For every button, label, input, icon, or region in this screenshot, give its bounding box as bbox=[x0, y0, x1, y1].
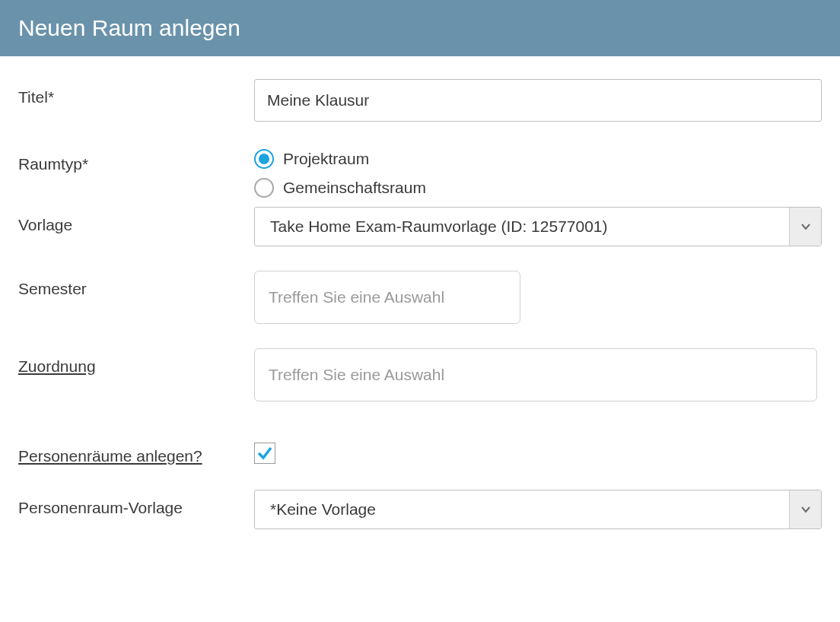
row-personenraeume: Personenräume anlegen? bbox=[18, 438, 822, 465]
label-vorlage: Vorlage bbox=[18, 207, 254, 234]
raumtyp-radio-group: Projektraum Gemeinschaftsraum bbox=[254, 146, 822, 198]
dialog-header: Neuen Raum anlegen bbox=[0, 0, 840, 56]
radio-label-projektraum: Projektraum bbox=[283, 150, 369, 168]
row-zuordnung: Zuordnung Treffen Sie eine Auswahl bbox=[18, 348, 822, 401]
row-personenraum-vorlage: Personenraum-Vorlage *Keine Vorlage bbox=[18, 490, 822, 529]
label-raumtyp: Raumtyp* bbox=[18, 146, 254, 173]
zuordnung-select[interactable]: Treffen Sie eine Auswahl bbox=[254, 348, 817, 401]
field-personenraeume bbox=[254, 438, 822, 464]
row-raumtyp: Raumtyp* Projektraum Gemeinschaftsraum bbox=[18, 146, 822, 198]
personenraum-vorlage-selected-text: *Keine Vorlage bbox=[255, 500, 789, 519]
personenraum-vorlage-dropdown-button[interactable] bbox=[789, 490, 821, 528]
dialog-title: Neuen Raum anlegen bbox=[18, 15, 240, 40]
personenraeume-checkbox[interactable] bbox=[254, 443, 275, 464]
vorlage-dropdown-button[interactable] bbox=[789, 208, 821, 246]
label-titel: Titel* bbox=[18, 79, 254, 106]
label-personenraeume: Personenräume anlegen? bbox=[18, 438, 254, 465]
create-room-form: Titel* Raumtyp* Projektraum Gemeinschaft… bbox=[0, 56, 840, 552]
label-semester: Semester bbox=[18, 271, 254, 298]
radio-icon bbox=[254, 178, 274, 198]
radio-icon bbox=[254, 149, 274, 169]
field-raumtyp: Projektraum Gemeinschaftsraum bbox=[254, 146, 822, 198]
label-zuordnung: Zuordnung bbox=[18, 348, 254, 376]
field-vorlage: Take Home Exam-Raumvorlage (ID: 12577001… bbox=[254, 207, 822, 246]
field-titel bbox=[254, 79, 822, 122]
semester-placeholder: Treffen Sie eine Auswahl bbox=[269, 288, 444, 306]
radio-gemeinschaftsraum[interactable]: Gemeinschaftsraum bbox=[254, 178, 822, 198]
vorlage-selected-text: Take Home Exam-Raumvorlage (ID: 12577001… bbox=[255, 217, 789, 236]
titel-input[interactable] bbox=[254, 79, 822, 122]
field-personenraum-vorlage: *Keine Vorlage bbox=[254, 490, 822, 529]
semester-select[interactable]: Treffen Sie eine Auswahl bbox=[254, 271, 520, 324]
radio-label-gemeinschaftsraum: Gemeinschaftsraum bbox=[283, 179, 426, 197]
zuordnung-placeholder: Treffen Sie eine Auswahl bbox=[269, 366, 444, 384]
chevron-down-icon bbox=[800, 504, 811, 515]
row-semester: Semester Treffen Sie eine Auswahl bbox=[18, 271, 822, 324]
vorlage-select[interactable]: Take Home Exam-Raumvorlage (ID: 12577001… bbox=[254, 207, 822, 246]
label-personenraum-vorlage: Personenraum-Vorlage bbox=[18, 490, 254, 517]
field-zuordnung: Treffen Sie eine Auswahl bbox=[254, 348, 822, 401]
chevron-down-icon bbox=[800, 221, 811, 232]
row-vorlage: Vorlage Take Home Exam-Raumvorlage (ID: … bbox=[18, 207, 822, 246]
checkmark-icon bbox=[256, 445, 273, 462]
radio-projektraum[interactable]: Projektraum bbox=[254, 149, 822, 169]
field-semester: Treffen Sie eine Auswahl bbox=[254, 271, 822, 324]
personenraum-vorlage-select[interactable]: *Keine Vorlage bbox=[254, 490, 822, 529]
row-titel: Titel* bbox=[18, 79, 822, 122]
